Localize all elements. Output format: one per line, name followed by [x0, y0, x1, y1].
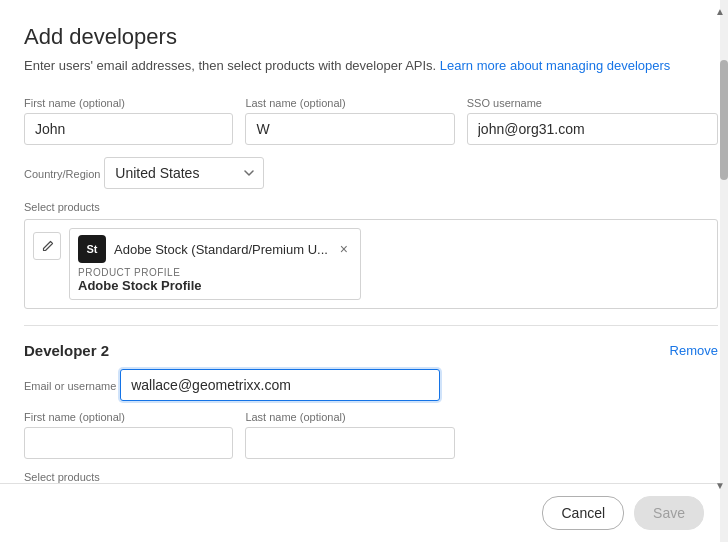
dev2-title: Developer 2: [24, 342, 109, 359]
dev1-country-group: Country/Region United States: [24, 157, 718, 189]
edit-products-button[interactable]: [33, 232, 61, 260]
developer-1-section: First name (optional) Last name (optiona…: [24, 97, 718, 309]
pencil-icon: [41, 240, 54, 253]
dev1-name-row: First name (optional) Last name (optiona…: [24, 97, 718, 145]
dev1-products-group: Select products St Adobe Stock (Standard…: [24, 201, 718, 309]
dev1-sso-label: SSO username: [467, 97, 718, 109]
add-developers-modal: ▲ ▼ Add developers Enter users' email ad…: [0, 0, 728, 542]
modal-header: Add developers Enter users' email addres…: [0, 0, 728, 81]
product-chip-close-button[interactable]: ×: [336, 241, 352, 257]
modal-description-text: Enter users' email addresses, then selec…: [24, 58, 436, 73]
scroll-down-arrow[interactable]: ▼: [713, 478, 727, 492]
adobe-stock-chip: St Adobe Stock (Standard/Premium U... × …: [69, 228, 361, 300]
modal-title: Add developers: [24, 24, 704, 50]
dev1-country-select-wrapper: United States: [104, 157, 264, 189]
product-chip-header: St Adobe Stock (Standard/Premium U... ×: [78, 235, 352, 263]
dev2-last-name-input[interactable]: [245, 427, 454, 459]
learn-more-link[interactable]: Learn more about managing developers: [440, 58, 671, 73]
dev1-sso-group: SSO username: [467, 97, 718, 145]
product-profile-section: PRODUCT PROFILE Adobe Stock Profile: [78, 267, 352, 293]
dev1-first-name-label: First name (optional): [24, 97, 233, 109]
save-button: Save: [634, 496, 704, 530]
developer-2-section: Developer 2 Remove Email or username Fir…: [24, 342, 718, 483]
dev2-email-group: Email or username: [24, 369, 718, 401]
dev2-email-input[interactable]: [120, 369, 440, 401]
dev1-last-name-group: Last name (optional): [245, 97, 454, 145]
product-chip-name: Adobe Stock (Standard/Premium U...: [114, 242, 328, 257]
dev1-products-area: St Adobe Stock (Standard/Premium U... × …: [24, 219, 718, 309]
scrollbar-track[interactable]: ▲ ▼: [720, 0, 728, 542]
modal-description: Enter users' email addresses, then selec…: [24, 58, 704, 73]
dev2-products-group: Select products: [24, 471, 718, 483]
dev1-country-select[interactable]: United States: [104, 157, 264, 189]
dev1-first-name-input[interactable]: [24, 113, 233, 145]
dev1-last-name-input[interactable]: [245, 113, 454, 145]
remove-developer-link[interactable]: Remove: [670, 343, 718, 358]
section-separator: [24, 325, 718, 326]
dev1-sso-input[interactable]: [467, 113, 718, 145]
cancel-button[interactable]: Cancel: [542, 496, 624, 530]
dev2-first-name-input[interactable]: [24, 427, 233, 459]
scroll-up-arrow[interactable]: ▲: [713, 4, 727, 18]
dev2-spacer: [467, 411, 718, 459]
product-profile-name: Adobe Stock Profile: [78, 278, 352, 293]
dev2-first-name-group: First name (optional): [24, 411, 233, 459]
dev1-products-label: Select products: [24, 201, 718, 213]
scrollbar-thumb[interactable]: [720, 60, 728, 180]
dev2-header: Developer 2 Remove: [24, 342, 718, 359]
product-profile-label: PRODUCT PROFILE: [78, 267, 352, 278]
dev2-select-products-label: Select products: [24, 471, 718, 483]
adobe-stock-icon: St: [78, 235, 106, 263]
modal-body: First name (optional) Last name (optiona…: [0, 81, 728, 483]
dev2-last-name-label: Last name (optional): [245, 411, 454, 423]
dev2-name-row: First name (optional) Last name (optiona…: [24, 411, 718, 459]
dev1-first-name-group: First name (optional): [24, 97, 233, 145]
modal-footer: Cancel Save: [0, 483, 728, 542]
dev1-last-name-label: Last name (optional): [245, 97, 454, 109]
dev1-country-label: Country/Region: [24, 168, 100, 180]
dev2-last-name-group: Last name (optional): [245, 411, 454, 459]
dev2-email-label: Email or username: [24, 380, 116, 392]
dev2-first-name-label: First name (optional): [24, 411, 233, 423]
